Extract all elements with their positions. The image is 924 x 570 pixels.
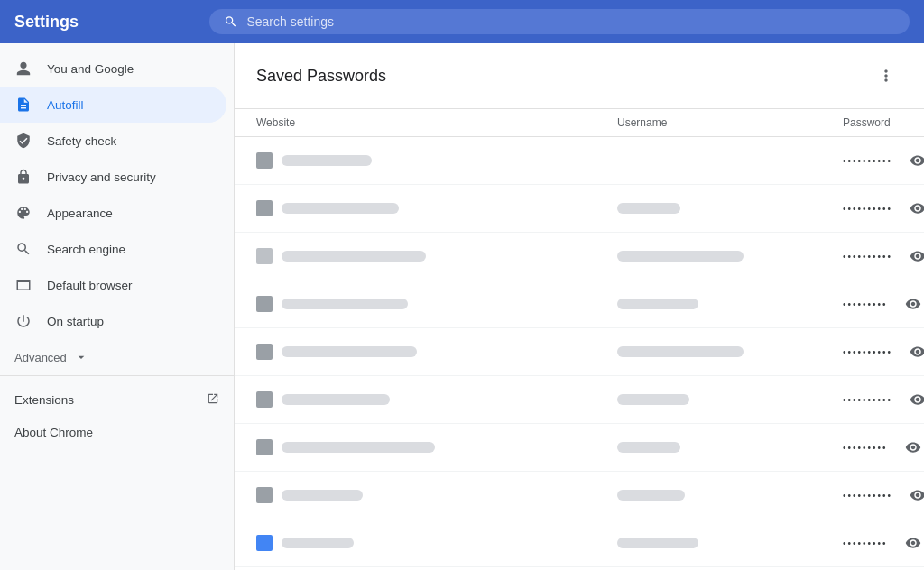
sidebar-divider — [0, 375, 234, 376]
browser-icon — [14, 276, 32, 294]
show-password-button[interactable] — [903, 194, 924, 223]
show-password-button[interactable] — [899, 290, 924, 318]
username-cell — [617, 346, 843, 357]
sidebar: You and Google Autofill Safety check Pri… — [0, 43, 235, 570]
eye-icon — [910, 248, 924, 264]
show-password-button[interactable] — [903, 385, 924, 414]
website-text — [282, 490, 363, 501]
favicon — [256, 439, 273, 455]
table-row: •••••••••• — [235, 472, 924, 519]
sidebar-label-on-startup: On startup — [47, 315, 212, 328]
search-icon — [224, 14, 237, 29]
website-text — [282, 346, 417, 357]
table-row: ••••••••• — [235, 519, 924, 567]
row-actions — [888, 529, 924, 557]
show-password-button[interactable] — [899, 433, 924, 462]
website-cell — [256, 535, 617, 551]
sidebar-item-appearance[interactable]: Appearance — [0, 195, 226, 231]
extensions-label: Extensions — [14, 393, 74, 407]
website-text — [282, 203, 399, 214]
show-password-button[interactable] — [903, 242, 924, 271]
advanced-label: Advanced — [14, 351, 67, 364]
about-chrome-label: About Chrome — [14, 426, 93, 439]
sidebar-item-search-engine[interactable]: Search engine — [0, 231, 226, 267]
table-row: ••••••••• — [235, 280, 924, 328]
show-password-button[interactable] — [903, 481, 924, 510]
sidebar-label-privacy: Privacy and security — [47, 170, 212, 184]
show-password-button[interactable] — [899, 529, 924, 557]
table-row: •••••••••• — [235, 328, 924, 376]
favicon — [256, 535, 273, 551]
app-header: Settings — [0, 0, 924, 43]
sidebar-item-on-startup[interactable]: On startup — [0, 303, 226, 339]
username-cell — [617, 299, 843, 309]
sidebar-item-extensions[interactable]: Extensions — [0, 383, 234, 417]
sidebar-item-safety-check[interactable]: Safety check — [0, 123, 226, 159]
sidebar-item-about-chrome[interactable]: About Chrome — [0, 417, 234, 448]
website-text — [282, 442, 435, 453]
eye-icon — [905, 535, 921, 551]
sidebar-label-search-engine: Search engine — [47, 243, 212, 256]
power-icon — [14, 312, 32, 330]
password-cell: •••••••••• — [843, 491, 892, 501]
website-cell — [256, 391, 617, 408]
chevron-down-icon — [74, 350, 88, 364]
show-password-button[interactable] — [903, 337, 924, 366]
website-cell — [256, 200, 617, 216]
website-text — [282, 538, 354, 548]
username-text — [617, 442, 680, 453]
table-row: •••••••••• — [235, 376, 924, 424]
password-cell: •••••••••• — [843, 395, 892, 405]
password-cell: •••••••••• — [843, 204, 892, 214]
website-text — [282, 299, 408, 309]
username-cell — [617, 203, 843, 214]
col-username: Username — [617, 116, 843, 129]
table-header: Website Username Password — [235, 109, 924, 137]
eye-icon — [910, 391, 924, 408]
website-cell — [256, 296, 617, 312]
document-icon — [14, 96, 32, 114]
sidebar-item-default-browser[interactable]: Default browser — [0, 267, 226, 303]
website-cell — [256, 344, 617, 360]
eye-icon — [905, 439, 921, 455]
eye-icon — [910, 487, 924, 503]
password-cell: •••••••••• — [843, 156, 892, 166]
password-cell: ••••••••• — [843, 443, 888, 453]
username-cell — [617, 490, 843, 501]
more-options-button[interactable] — [870, 60, 902, 92]
row-actions — [892, 146, 924, 175]
username-text — [617, 490, 685, 501]
sidebar-item-you-and-google[interactable]: You and Google — [0, 51, 226, 87]
row-actions — [892, 337, 924, 366]
shield-icon — [14, 132, 32, 150]
app-title: Settings — [14, 13, 195, 32]
content-header: Saved Passwords — [235, 43, 924, 109]
password-cell: ••••••••• — [843, 538, 888, 548]
shield-lock-icon — [14, 168, 32, 186]
search-input[interactable] — [246, 14, 895, 29]
eye-icon — [905, 296, 921, 312]
col-actions — [891, 116, 924, 129]
content-area: Saved Passwords Website Username Passwor… — [235, 43, 924, 570]
favicon — [256, 152, 273, 169]
website-text — [282, 394, 390, 405]
table-row: ••••••••• — [235, 424, 924, 472]
search-nav-icon — [14, 240, 32, 258]
website-text — [282, 251, 426, 262]
username-cell — [617, 442, 843, 453]
eye-icon — [910, 200, 924, 216]
favicon — [256, 248, 273, 264]
sidebar-item-privacy-and-security[interactable]: Privacy and security — [0, 159, 226, 195]
username-text — [617, 251, 744, 262]
row-actions — [888, 290, 924, 318]
website-cell — [256, 152, 617, 169]
sidebar-item-autofill[interactable]: Autofill — [0, 87, 226, 123]
advanced-section[interactable]: Advanced — [0, 339, 234, 368]
row-actions — [888, 433, 924, 462]
show-password-button[interactable] — [903, 146, 924, 175]
website-text — [282, 155, 372, 166]
eye-icon — [910, 344, 924, 360]
person-icon — [14, 60, 32, 78]
favicon — [256, 200, 273, 216]
search-bar[interactable] — [209, 9, 910, 34]
